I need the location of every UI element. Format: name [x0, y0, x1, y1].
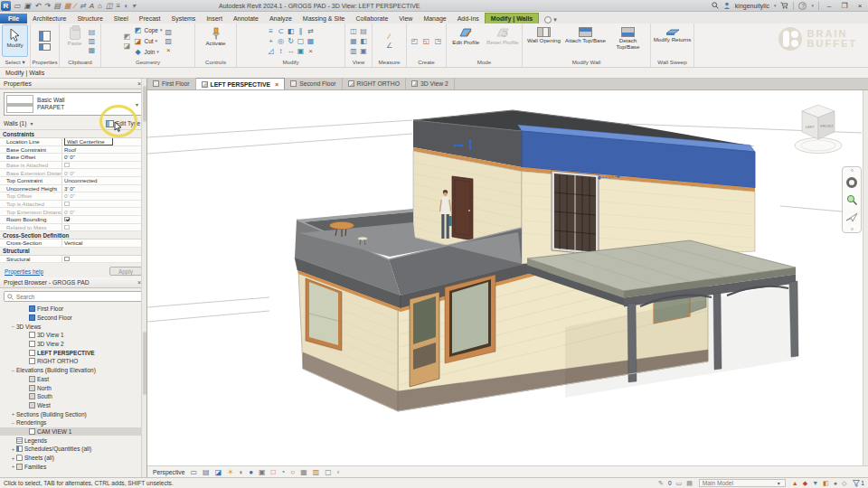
property-value[interactable]: Wall Centerline — [64, 138, 113, 145]
worksharing-display-icon[interactable]: ▥ — [313, 468, 320, 476]
beam-joins-icon[interactable]: ▨ — [164, 37, 173, 45]
properties-palette-icon[interactable] — [39, 31, 51, 42]
ribbon-tab-file[interactable]: File — [0, 14, 27, 23]
close-button[interactable]: × — [854, 2, 865, 10]
property-row-top-extension-distance[interactable]: Top Extension Distance0' 0" — [0, 208, 146, 216]
property-value[interactable]: Unconnected — [64, 177, 97, 183]
type-selector[interactable]: Basic Wall PARAPET ▾ — [4, 92, 143, 116]
unpin-icon[interactable]: ↔ — [287, 47, 296, 55]
tree-expander-icon[interactable]: + — [10, 455, 16, 461]
type-properties-icon[interactable] — [39, 43, 51, 51]
property-row-top-offset[interactable]: Top Offset0' 0" — [0, 192, 146, 201]
property-value[interactable]: Roof — [64, 146, 76, 153]
search-icon[interactable] — [712, 2, 719, 9]
edit-profile-button[interactable]: Edit Profile — [448, 24, 484, 57]
design-option-icon[interactable]: ▤ — [686, 480, 693, 487]
rotate-icon[interactable]: ↻ — [287, 37, 296, 45]
viewport[interactable]: LEFT FRONT — [147, 90, 868, 465]
text-icon[interactable]: A — [90, 2, 94, 10]
view-f-icon[interactable]: ▣ — [359, 47, 368, 55]
tree-item-elevations-building-elevation[interactable]: −Elevations (Building Elevation) — [0, 366, 146, 375]
property-value-cell[interactable]: Wall Centerline — [61, 138, 146, 145]
ribbon-tab-manage[interactable]: Manage — [418, 14, 451, 23]
measure-icon[interactable]: ∕ — [75, 2, 76, 10]
apply-button[interactable]: Apply — [109, 267, 142, 276]
match-icon[interactable]: ▣ — [297, 47, 306, 55]
tree-item-families[interactable]: +Families — [0, 462, 146, 471]
crop-region-icon[interactable]: □ — [271, 468, 276, 476]
tree-item-3d-view-2[interactable]: 3D View 2 — [0, 340, 146, 349]
tree-expander-icon[interactable]: + — [10, 446, 16, 452]
save-icon[interactable]: ▣ — [24, 2, 32, 10]
property-checkbox[interactable] — [64, 163, 70, 168]
property-value-cell[interactable] — [61, 216, 146, 223]
thin-lines-icon[interactable]: ≡ — [116, 2, 120, 10]
ribbon-tab-analyze[interactable]: Analyze — [264, 14, 297, 23]
tree-expander-icon[interactable]: − — [10, 324, 16, 329]
revit-logo-icon[interactable]: R — [1, 1, 11, 11]
modify-menu-icon[interactable]: ▾ — [544, 16, 557, 23]
property-section-cross-section-definition[interactable]: Cross-Section Definition▴ — [0, 231, 146, 239]
delete-icon[interactable]: × — [307, 47, 316, 55]
visual-style-icon[interactable]: ◪ — [215, 468, 222, 476]
reveal-constraints-icon[interactable]: ▢ — [325, 468, 332, 476]
properties-header[interactable]: Properties × — [0, 79, 146, 89]
modify-tool-button[interactable]: Modify — [2, 24, 28, 57]
view-tab-second-floor[interactable]: Second Floor — [285, 78, 342, 89]
background-icon[interactable]: ◇ — [842, 480, 846, 487]
tree-item-renderings[interactable]: −Renderings — [0, 418, 146, 427]
create-group-icon[interactable]: ◰ — [410, 37, 420, 45]
viewcube[interactable]: LEFT FRONT — [795, 105, 842, 154]
links-icon[interactable]: ▼ — [812, 480, 818, 486]
user-avatar-icon[interactable] — [723, 2, 731, 9]
join-geometry-icon[interactable]: ◪ — [123, 42, 132, 50]
temporary-hide-icon[interactable]: ◔ — [280, 468, 285, 476]
ribbon-tab-precast[interactable]: Precast — [134, 14, 166, 23]
pan-icon[interactable] — [845, 211, 858, 222]
ribbon-tab-steel[interactable]: Steel — [108, 14, 134, 23]
modify-returns-button[interactable]: Modify Returns — [653, 24, 692, 57]
property-value-cell[interactable]: Vertical — [61, 239, 146, 247]
tree-item-legends[interactable]: Legends — [0, 436, 146, 445]
view-b-icon[interactable]: ▤ — [359, 27, 368, 35]
activate-controls-button[interactable]: Activate — [198, 24, 234, 57]
account-caret-icon[interactable]: ▾ — [774, 3, 777, 8]
selection-filter-indicator[interactable]: 1 — [853, 480, 864, 487]
move-icon[interactable]: + — [267, 37, 276, 45]
detach-top-base-button[interactable]: Detach Top/Base — [608, 24, 648, 57]
browser-search-box[interactable] — [4, 291, 143, 302]
property-value-cell[interactable]: 0' 0" — [61, 192, 146, 200]
section-icon[interactable]: ◫ — [106, 2, 113, 10]
navigation-bar[interactable] — [842, 166, 862, 233]
activate-dims-icon[interactable]: ▲ — [792, 480, 798, 486]
browser-scrollbar[interactable] — [141, 277, 146, 477]
property-value-cell[interactable]: 0' 0" — [61, 154, 146, 161]
measure-ruler-icon[interactable]: ∕ — [385, 33, 394, 41]
cut-geometry-icon[interactable]: ◩ — [123, 33, 132, 41]
split-icon[interactable]: ∥ — [297, 27, 306, 35]
property-value[interactable]: Vertical — [64, 239, 82, 246]
reveal-hidden-icon[interactable]: ○ — [290, 468, 295, 476]
type-selector-caret-icon[interactable]: ▾ — [136, 101, 140, 108]
press-drag-icon[interactable]: ◆ — [803, 480, 807, 487]
property-row-top-is-attached[interactable]: Top is Attached — [0, 201, 146, 209]
zoom-icon[interactable] — [846, 194, 858, 206]
property-value-cell[interactable] — [61, 224, 146, 231]
crop-view-icon[interactable]: ▣ — [259, 468, 266, 476]
view-tab-first-floor[interactable]: First Floor — [147, 78, 196, 89]
temporary-view-icon[interactable]: ▦ — [300, 468, 307, 476]
property-row-unconnected-height[interactable]: Unconnected Height3' 0" — [0, 185, 146, 193]
view-e-icon[interactable]: ▥ — [349, 47, 358, 55]
search-input[interactable] — [16, 294, 139, 300]
tree-item-sections-building-section[interactable]: +Sections (Building Section) — [0, 409, 146, 418]
selection-filter[interactable]: Walls (1) — [4, 120, 26, 127]
panel-label-select[interactable]: Select ▾ — [0, 58, 30, 67]
properties-help-link[interactable]: Properties help — [5, 268, 43, 275]
property-value-cell[interactable]: 3' 0" — [61, 185, 146, 192]
view-tab-left-perspective[interactable]: LEFT PERSPECTIVE× — [196, 78, 286, 89]
property-value-cell[interactable]: Roof — [61, 146, 146, 154]
attach-top-base-button[interactable]: Attach Top/Base — [565, 24, 606, 57]
property-value-cell[interactable] — [61, 162, 146, 169]
property-value-cell[interactable]: 0' 0" — [61, 208, 146, 215]
join-button[interactable]: ◆Join▾ — [134, 47, 163, 57]
